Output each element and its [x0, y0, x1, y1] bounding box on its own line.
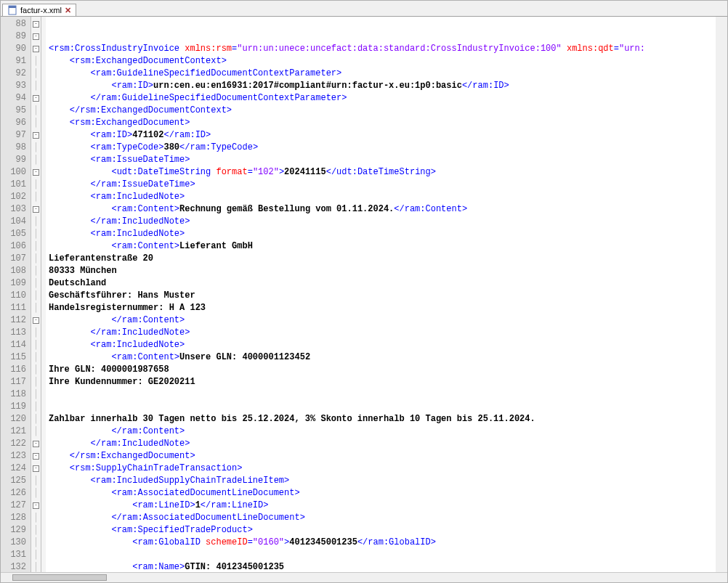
code-line[interactable]: <ram:IncludedNote>: [49, 191, 727, 203]
code-line[interactable]: Geschäftsführer: Hans Muster: [49, 290, 727, 302]
fold-cell[interactable]: -: [31, 438, 41, 450]
fold-gutter[interactable]: ---│││-││-││-││-││││││││-│││││││││---││-…: [31, 17, 41, 572]
fold-cell[interactable]: │: [31, 117, 41, 129]
fold-cell[interactable]: │: [31, 351, 41, 364]
code-line[interactable]: </rsm:ExchangedDocumentContext>: [49, 105, 727, 117]
fold-cell[interactable]: │: [31, 253, 41, 265]
code-editor[interactable]: 8889909192939495969798991001011021031041…: [1, 17, 727, 572]
code-line[interactable]: <ram:ID>471102</ram:ID>: [49, 129, 727, 142]
fold-cell[interactable]: │: [31, 425, 41, 438]
code-line[interactable]: </ram:Content>: [49, 425, 727, 438]
code-line[interactable]: <ram:IssueDateTime>: [49, 154, 727, 166]
code-line[interactable]: </ram:Content>: [49, 314, 727, 327]
fold-cell[interactable]: │: [31, 216, 41, 228]
code-line[interactable]: <ram:Content>Lieferant GmbH: [49, 240, 727, 253]
horizontal-scrollbar[interactable]: [1, 572, 727, 582]
horizontal-scrollbar-thumb[interactable]: [12, 574, 107, 581]
fold-cell[interactable]: │: [31, 413, 41, 425]
code-line[interactable]: <ram:GlobalID schemeID="0160">4012345001…: [49, 537, 727, 549]
fold-cell[interactable]: │: [31, 339, 41, 351]
fold-cell[interactable]: │: [31, 537, 41, 549]
code-line[interactable]: <rsm:ExchangedDocumentContext>: [49, 55, 727, 68]
fold-toggle-icon[interactable]: -: [33, 169, 39, 176]
fold-cell[interactable]: -: [31, 450, 41, 462]
fold-cell[interactable]: │: [31, 55, 41, 68]
code-line[interactable]: <ram:Content>Rechnung gemäß Bestellung v…: [49, 203, 727, 216]
fold-toggle-icon[interactable]: -: [33, 95, 39, 102]
code-line[interactable]: <ram:TypeCode>380</ram:TypeCode>: [49, 142, 727, 154]
fold-cell[interactable]: │: [31, 142, 41, 154]
code-line[interactable]: Handelsregisternummer: H A 123: [49, 302, 727, 314]
fold-cell[interactable]: │: [31, 388, 41, 401]
code-line[interactable]: <rsm:CrossIndustryInvoice xmlns:rsm="urn…: [49, 43, 727, 55]
code-line[interactable]: </ram:GuidelineSpecifiedDocumentContextP…: [49, 92, 727, 105]
fold-cell[interactable]: │: [31, 68, 41, 80]
code-line[interactable]: </ram:IncludedNote>: [49, 438, 727, 450]
fold-cell[interactable]: -: [31, 166, 41, 179]
fold-cell[interactable]: -: [31, 30, 41, 43]
fold-toggle-icon[interactable]: -: [33, 206, 39, 213]
code-line[interactable]: <ram:ID>urn:cen.eu:en16931:2017#complian…: [49, 80, 727, 92]
fold-cell[interactable]: │: [31, 475, 41, 487]
fold-cell[interactable]: -: [31, 203, 41, 216]
code-line[interactable]: <ram:AssociatedDocumentLineDocument>: [49, 487, 727, 500]
fold-cell[interactable]: │: [31, 327, 41, 339]
code-line[interactable]: [49, 549, 727, 561]
fold-cell[interactable]: │: [31, 290, 41, 302]
fold-cell[interactable]: -: [31, 500, 41, 512]
fold-toggle-icon[interactable]: -: [33, 453, 39, 460]
fold-cell[interactable]: │: [31, 179, 41, 191]
fold-cell[interactable]: -: [31, 92, 41, 105]
code-line[interactable]: Ihre Kundennummer: GE2020211: [49, 376, 727, 388]
fold-toggle-icon[interactable]: -: [33, 465, 39, 472]
fold-toggle-icon[interactable]: -: [33, 21, 39, 28]
code-line[interactable]: </ram:IncludedNote>: [49, 216, 727, 228]
fold-cell[interactable]: │: [31, 80, 41, 92]
code-line[interactable]: <udt:DateTimeString format="102">2024111…: [49, 166, 727, 179]
fold-cell[interactable]: │: [31, 487, 41, 500]
fold-cell[interactable]: │: [31, 512, 41, 524]
code-line[interactable]: [49, 388, 727, 401]
code-line[interactable]: </rsm:ExchangedDocument>: [49, 450, 727, 462]
code-line[interactable]: <ram:IncludedSupplyChainTradeLineItem>: [49, 475, 727, 487]
fold-cell[interactable]: │: [31, 524, 41, 537]
code-line[interactable]: <ram:Name>GTIN: 4012345001235: [49, 561, 727, 572]
code-line[interactable]: <ram:LineID>1</ram:LineID>: [49, 500, 727, 512]
fold-cell[interactable]: │: [31, 401, 41, 413]
code-line[interactable]: Zahlbar innerhalb 30 Tagen netto bis 25.…: [49, 413, 727, 425]
code-line[interactable]: <ram:GuidelineSpecifiedDocumentContextPa…: [49, 68, 727, 80]
fold-cell[interactable]: │: [31, 549, 41, 561]
fold-toggle-icon[interactable]: -: [33, 317, 39, 324]
code-line[interactable]: <rsm:SupplyChainTradeTransaction>: [49, 462, 727, 475]
fold-toggle-icon[interactable]: -: [33, 502, 39, 509]
fold-toggle-icon[interactable]: -: [33, 441, 39, 447]
tab-factur-x[interactable]: factur-x.xml ✕: [2, 4, 76, 16]
fold-toggle-icon[interactable]: -: [33, 33, 39, 40]
code-line[interactable]: 80333 München: [49, 265, 727, 277]
vertical-scrollbar[interactable]: [716, 17, 727, 572]
tab-close-icon[interactable]: ✕: [65, 6, 71, 15]
code-line[interactable]: <ram:SpecifiedTradeProduct>: [49, 524, 727, 537]
fold-cell[interactable]: │: [31, 302, 41, 314]
code-line[interactable]: </ram:IssueDateTime>: [49, 179, 727, 191]
fold-cell[interactable]: │: [31, 191, 41, 203]
fold-cell[interactable]: -: [31, 18, 41, 30]
code-line[interactable]: Lieferantenstraße 20: [49, 253, 727, 265]
fold-cell[interactable]: │: [31, 277, 41, 290]
code-line[interactable]: <rsm:ExchangedDocument>: [49, 117, 727, 129]
fold-cell[interactable]: -: [31, 129, 41, 142]
fold-cell[interactable]: │: [31, 105, 41, 117]
code-line[interactable]: </ram:IncludedNote>: [49, 327, 727, 339]
code-area[interactable]: <rsm:CrossIndustryInvoice xmlns:rsm="urn…: [46, 17, 727, 572]
fold-cell[interactable]: -: [31, 314, 41, 327]
fold-cell[interactable]: │: [31, 240, 41, 253]
fold-toggle-icon[interactable]: -: [33, 46, 39, 52]
fold-cell[interactable]: │: [31, 154, 41, 166]
code-line[interactable]: <ram:IncludedNote>: [49, 228, 727, 240]
fold-cell[interactable]: │: [31, 376, 41, 388]
code-line[interactable]: <ram:Content>Unsere GLN: 4000001123452: [49, 351, 727, 364]
code-line[interactable]: [49, 401, 727, 413]
fold-cell[interactable]: -: [31, 43, 41, 55]
code-line[interactable]: Ihre GLN: 4000001987658: [49, 364, 727, 376]
code-line[interactable]: Deutschland: [49, 277, 727, 290]
